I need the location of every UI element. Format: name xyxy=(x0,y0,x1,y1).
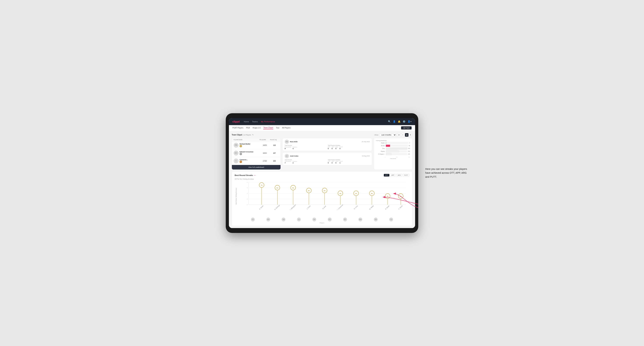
x-axis-label: Total Shots xyxy=(376,158,410,159)
sub-nav-team-clippd[interactable]: Team Clippd xyxy=(264,127,273,129)
bar-val-pars: 499 xyxy=(408,148,410,149)
team-header: Team Clippd | 14 Players ✎ Show Last 3 m… xyxy=(232,133,412,137)
app-label: APP xyxy=(332,147,334,148)
bar-val-birdies: 96 xyxy=(408,145,410,146)
svg-text:6: 6 xyxy=(247,187,248,188)
ott-label: OTT xyxy=(328,147,330,148)
svg-text:3x: 3x xyxy=(387,195,388,197)
chart-view-button[interactable]: ▤ xyxy=(405,133,408,137)
x-tick-0: 0 xyxy=(385,157,385,158)
ott-tab[interactable]: OTT xyxy=(384,174,390,176)
svg-text:E. Crossman: E. Crossman xyxy=(337,204,344,210)
svg-text:4x: 4x xyxy=(340,192,341,194)
player-stats-card-1: RB Rees Britt 02 Sep 2023 Total Rounds xyxy=(282,138,372,151)
bar-label-bogeys: Bogeys xyxy=(376,151,385,152)
lb-score-2: 18/20 xyxy=(260,152,270,154)
search-icon[interactable]: 🔍 xyxy=(388,120,391,123)
svg-text:4: 4 xyxy=(247,192,248,194)
user-icon[interactable]: 👤 xyxy=(393,120,396,123)
months-select[interactable]: Last 3 months Last 6 months Last 12 mont… xyxy=(380,133,396,137)
stats-grid: Total Rounds Tournament 7 Practice xyxy=(285,159,370,164)
total-rounds-label: Total Rounds xyxy=(285,145,327,146)
avatar: EC xyxy=(234,151,238,156)
putt-val: 1 xyxy=(340,162,343,164)
arg-val: 0 xyxy=(336,162,338,164)
settings-icon[interactable]: ⚙️ xyxy=(403,120,406,123)
table-view-button[interactable]: ⇅ xyxy=(409,133,412,137)
bar-fill-dbogeys xyxy=(386,153,392,155)
team-title: Team Clippd xyxy=(232,134,242,136)
svg-text:0: 0 xyxy=(247,204,248,205)
player-details: Richard Butler 1 xyxy=(240,143,250,147)
practice-label: Practice xyxy=(292,147,297,148)
tournament-val: 8 xyxy=(285,148,291,149)
sub-nav-all-players[interactable]: All Players xyxy=(282,127,290,129)
lb-header-score: PB SCORE xyxy=(260,139,270,140)
grid-view-button[interactable]: ⊞ xyxy=(397,133,401,137)
practice-activities-label: Total Practice Activities xyxy=(328,145,370,146)
svg-text:5x: 5x xyxy=(324,190,326,191)
player-info: RB Richard Butler 1 xyxy=(234,143,260,148)
player-info: EC Edward Crossman 2 xyxy=(234,151,260,156)
stats-card-header: RB Rees Britt 02 Sep 2023 xyxy=(285,140,370,144)
nav-link-my-performance[interactable]: My Performance xyxy=(261,121,275,123)
nav-links: Home Teams My Performance xyxy=(244,121,388,123)
edit-icon[interactable]: ✎ xyxy=(252,134,254,136)
list-view-button[interactable]: ≡ xyxy=(401,133,404,137)
sub-nav-pga[interactable]: PGA xyxy=(246,127,250,129)
app-tab[interactable]: APP xyxy=(390,174,396,176)
svg-text:D. Ford: D. Ford xyxy=(354,205,358,209)
svg-text:C. Quick: C. Quick xyxy=(398,205,403,210)
putt-val: 0 xyxy=(340,148,343,149)
nav-icons: 🔍 👤 🔔 ⚙️ 👤▾ xyxy=(388,120,412,123)
avatar: RB xyxy=(285,140,289,144)
arg-tab[interactable]: ARG xyxy=(396,174,402,176)
lb-avg-2: 107 xyxy=(270,152,279,154)
x-tick-200: 200 xyxy=(396,157,398,158)
add-team-button[interactable]: Add Team xyxy=(401,126,412,130)
view-leaderboard-button[interactable]: View Full Leaderboard xyxy=(232,165,280,170)
bar-fill-birdies xyxy=(386,145,390,147)
streaks-panel: Best Round Streaks ← OTT APP ARG PUTT Of… xyxy=(232,172,412,226)
lb-header-avg: PB AVG SQ xyxy=(270,139,279,140)
nav-logo: clippd xyxy=(232,120,240,123)
nav-link-home[interactable]: Home xyxy=(244,121,249,123)
svg-text:6x: 6x xyxy=(292,187,294,189)
show-filter: Show Last 3 months Last 6 months Last 12… xyxy=(374,133,412,137)
svg-text:J. Coles: J. Coles xyxy=(306,205,311,210)
bar-fill-bogeys xyxy=(386,150,399,152)
ott-val: 0 xyxy=(328,148,330,149)
avatar: RB xyxy=(234,143,238,148)
lb-avg-1: 110 xyxy=(270,144,279,146)
app-label: APP xyxy=(332,161,334,162)
bar-label-pars: Pars xyxy=(376,148,385,149)
svg-text:E. Ewert: E. Ewert xyxy=(259,205,264,210)
svg-text:R. Britt: R. Britt xyxy=(322,205,326,209)
ott-val: 0 xyxy=(328,162,330,164)
nav-bar: clippd Home Teams My Performance 🔍 👤 🔔 ⚙… xyxy=(229,118,415,125)
rank-badge-3: 3 xyxy=(240,161,242,163)
lb-header-player: PLAYER NAME xyxy=(234,139,260,140)
sub-nav-hcaps[interactable]: Hcaps 1-5 xyxy=(253,127,261,129)
bar-label-dbogeys: D. Bogeys + xyxy=(376,154,385,155)
svg-text:2: 2 xyxy=(247,198,248,200)
bar-label-birdies: Birdies xyxy=(376,145,385,146)
table-row: C Cameron... 3 17/20 103 xyxy=(232,157,280,165)
bell-icon[interactable]: 🔔 xyxy=(398,120,400,123)
avatar-icon[interactable]: 👤▾ xyxy=(408,120,412,123)
team-player-count: | 14 Players xyxy=(243,134,251,136)
main-content: Team Clippd | 14 Players ✎ Show Last 3 m… xyxy=(229,131,415,228)
nav-link-teams[interactable]: Teams xyxy=(252,121,258,123)
bar-val-bogeys: 311 xyxy=(408,151,410,152)
stats-grid: Total Rounds Tournament 8 Practice xyxy=(285,145,370,149)
putt-tab[interactable]: PUTT xyxy=(403,174,409,176)
svg-text:6x: 6x xyxy=(276,187,278,189)
rank-badge-2: 2 xyxy=(240,153,242,155)
sub-nav-pgat[interactable]: PGAT Players xyxy=(232,127,243,129)
lb-score-1: 19/20 xyxy=(260,144,270,146)
tournament-val: 7 xyxy=(285,162,291,164)
sub-nav-tour[interactable]: Tour xyxy=(276,127,279,129)
practice-val: 2 xyxy=(292,162,297,164)
player-name: Rees Britt xyxy=(290,141,298,143)
x-tick-400: 400 xyxy=(408,157,410,158)
